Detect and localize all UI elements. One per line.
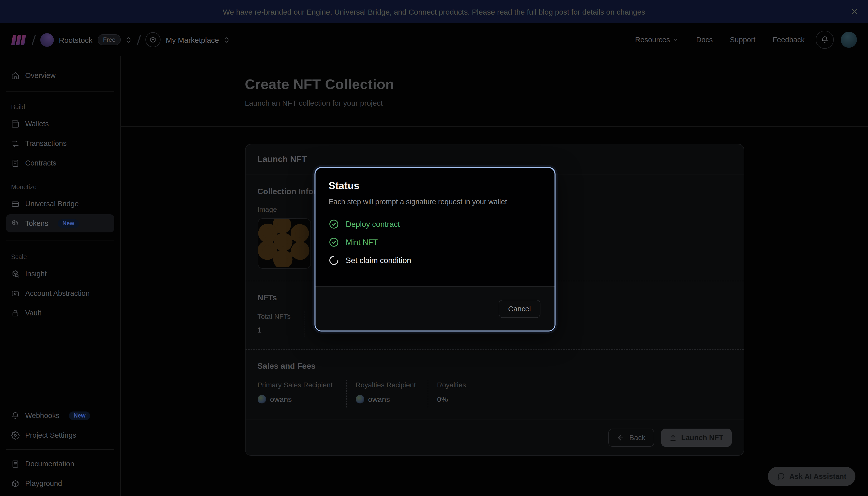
cancel-button[interactable]: Cancel: [499, 299, 540, 318]
step-mint-nft: Mint NFT: [329, 237, 541, 248]
folder-icon: [11, 289, 20, 297]
total-nfts-value: 1: [258, 325, 304, 334]
sidebar-item-label: Account Abstraction: [25, 289, 90, 297]
user-avatar[interactable]: [841, 32, 857, 48]
close-icon: [850, 7, 858, 16]
sidebar-item-label: Wallets: [25, 120, 49, 128]
recipient-avatar: [258, 395, 266, 403]
sidebar-item-wallets[interactable]: Wallets: [6, 115, 114, 133]
sidebar-item-documentation[interactable]: Documentation: [6, 455, 114, 473]
chevron-down-icon: [673, 37, 679, 43]
sidebar-item-playground[interactable]: Playground: [6, 475, 114, 493]
sidebar-item-webhooks[interactable]: Webhooks New: [6, 406, 114, 424]
project-switcher[interactable]: [125, 36, 133, 44]
sidebar-divider: [6, 449, 114, 450]
header-nav: Resources Docs Support Feedback: [635, 36, 805, 44]
app-root: We have re-branded our Engine, Universal…: [0, 0, 868, 496]
wallet-icon: [11, 120, 20, 128]
sidebar-item-vault[interactable]: Vault: [6, 304, 114, 322]
card-title: Launch NFT: [258, 154, 731, 165]
sidebar-item-insight[interactable]: Insight: [6, 265, 114, 283]
primary-sales-label: Primary Sales Recipient: [258, 381, 338, 389]
new-badge: New: [58, 219, 79, 228]
status-modal-body: Status Each step will prompt a signature…: [315, 168, 555, 285]
nft-collection-image[interactable]: [258, 218, 311, 269]
nav-docs[interactable]: Docs: [696, 36, 713, 44]
ask-ai-assistant-label: Ask AI Assistant: [789, 472, 846, 480]
royalties-stat: Royalties 0%: [428, 380, 466, 407]
gear-icon: [11, 431, 20, 439]
sidebar-item-project-settings[interactable]: Project Settings: [6, 426, 114, 444]
sidebar-section-scale: Scale: [11, 253, 109, 261]
card-footer: Back Launch NFT: [245, 420, 743, 455]
sidebar-item-label: Contracts: [25, 159, 56, 167]
cube-icon: [11, 479, 20, 488]
sidebar-item-transactions[interactable]: Transactions: [6, 134, 114, 152]
launch-nft-button[interactable]: Launch NFT: [661, 429, 731, 447]
status-modal: Status Each step will prompt a signature…: [314, 167, 556, 331]
nft-image-pattern: [258, 219, 309, 267]
project-avatar[interactable]: [40, 33, 54, 47]
sidebar-divider: [6, 91, 114, 92]
back-button-label: Back: [629, 434, 646, 442]
royalties-recipient-value: owans: [368, 395, 390, 403]
bell-icon: [11, 411, 20, 420]
sidebar-item-label: Transactions: [25, 139, 67, 148]
lock-icon: [11, 309, 20, 317]
royalties-value: 0%: [437, 395, 466, 403]
check-circle-icon: [329, 237, 339, 248]
sidebar-section-monetize: Monetize: [11, 184, 109, 191]
breadcrumb-project-name[interactable]: Rootstock: [59, 35, 92, 44]
page-title: Create NFT Collection: [245, 76, 744, 93]
status-steps: Deploy contract Mint NFT Set claim condi…: [329, 219, 541, 266]
nav-resources[interactable]: Resources: [635, 36, 679, 44]
status-modal-subtitle: Each step will prompt a signature reques…: [329, 198, 541, 206]
arrows-swap-icon: [11, 139, 20, 148]
new-badge: New: [69, 411, 90, 420]
sidebar-item-account-abstraction[interactable]: Account Abstraction: [6, 284, 114, 302]
home-icon: [11, 71, 20, 80]
sidebar: Overview Build Wallets Transactions Cont…: [0, 56, 121, 496]
breadcrumb-team-name[interactable]: My Marketplace: [166, 35, 219, 44]
nav-feedback[interactable]: Feedback: [773, 36, 805, 44]
page-header: Create NFT Collection Launch an NFT coll…: [245, 76, 744, 107]
recipient-avatar: [356, 395, 364, 403]
nav-support[interactable]: Support: [730, 36, 756, 44]
sidebar-item-label: Project Settings: [25, 431, 76, 439]
cube-search-icon: [11, 269, 20, 278]
sidebar-item-overview[interactable]: Overview: [6, 66, 114, 84]
primary-sales-value: owans: [270, 395, 292, 403]
top-header: Rootstock Free My Marketplace Resources …: [0, 23, 868, 56]
nav-resources-label: Resources: [635, 36, 670, 44]
upload-icon: [669, 434, 677, 441]
sidebar-item-tokens[interactable]: Tokens New: [6, 214, 114, 232]
status-modal-title: Status: [329, 180, 541, 192]
back-button[interactable]: Back: [609, 429, 654, 447]
team-switcher[interactable]: [223, 36, 231, 44]
team-avatar[interactable]: [146, 32, 161, 47]
notifications-button[interactable]: [816, 31, 834, 49]
sidebar-item-universal-bridge[interactable]: Universal Bridge: [6, 195, 114, 213]
status-modal-footer: Cancel: [315, 286, 555, 330]
card-icon: [11, 200, 20, 208]
sales-fees-heading: Sales and Fees: [258, 362, 731, 371]
ask-ai-assistant-button[interactable]: Ask AI Assistant: [768, 467, 855, 486]
document-icon: [11, 159, 20, 167]
sidebar-item-label: Webhooks: [25, 412, 60, 420]
sidebar-item-label: Vault: [25, 309, 41, 317]
royalties-recipient-label: Royalties Recipient: [356, 381, 428, 389]
sidebar-item-label: Documentation: [25, 460, 74, 468]
book-icon: [11, 460, 20, 468]
thirdweb-logo-icon[interactable]: [11, 34, 27, 46]
announcement-banner: We have re-branded our Engine, Universal…: [0, 0, 868, 23]
announcement-text: We have re-branded our Engine, Universal…: [223, 7, 645, 16]
step-label: Set claim condition: [346, 256, 411, 265]
sidebar-item-contracts[interactable]: Contracts: [6, 154, 114, 172]
bell-icon: [821, 36, 829, 44]
sidebar-item-label: Insight: [25, 269, 47, 278]
sales-fees-section: Sales and Fees Primary Sales Recipient o…: [245, 350, 743, 420]
page-subtitle: Launch an NFT collection for your projec…: [245, 98, 744, 107]
coins-icon: [11, 219, 20, 228]
banner-close-button[interactable]: [849, 6, 860, 17]
breadcrumb-separator: [137, 34, 141, 45]
